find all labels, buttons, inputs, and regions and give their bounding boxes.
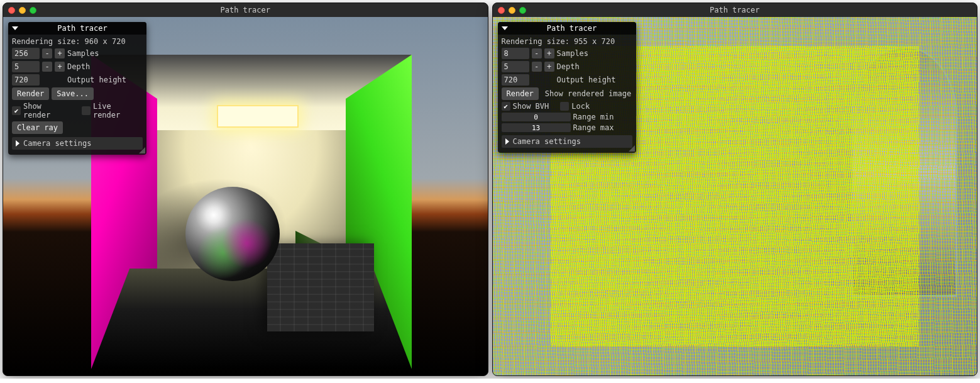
panel-title: Path tracer <box>512 24 632 33</box>
render-viewport[interactable]: Path tracer Rendering size: 960 x 720 25… <box>3 17 488 375</box>
range-min-slider[interactable]: 0 <box>502 113 571 121</box>
samples-plus-button[interactable]: + <box>55 48 65 58</box>
samples-plus-button[interactable]: + <box>544 48 554 58</box>
depth-minus-button[interactable]: - <box>532 62 542 72</box>
rendering-size-label: Rendering size: 955 x 720 <box>502 37 632 46</box>
depth-minus-button[interactable]: - <box>42 62 52 72</box>
samples-minus-button[interactable]: - <box>532 48 542 58</box>
resize-handle-icon[interactable] <box>629 145 635 152</box>
range-min-label: Range min <box>573 113 614 121</box>
depth-label: Depth <box>557 62 580 71</box>
control-panel[interactable]: Path tracer Rendering size: 960 x 720 25… <box>8 22 146 155</box>
window-title: Path tracer <box>493 6 977 14</box>
render-button[interactable]: Render <box>502 87 539 100</box>
bvh-viewport[interactable]: Path tracer Rendering size: 955 x 720 8 … <box>493 17 977 375</box>
expand-icon[interactable] <box>16 140 19 147</box>
clear-ray-button[interactable]: Clear ray <box>12 121 63 134</box>
app-window-right: Path tracer Path tracer Rendering size: … <box>492 3 978 376</box>
panel-header[interactable]: Path tracer <box>498 22 636 35</box>
camera-settings-label: Camera settings <box>23 139 91 148</box>
samples-label: Samples <box>67 49 99 58</box>
samples-minus-button[interactable]: - <box>42 48 52 58</box>
samples-input[interactable]: 256 <box>12 48 40 59</box>
show-rendered-image-button[interactable]: Show rendered image <box>545 89 631 98</box>
show-render-checkbox[interactable] <box>12 106 21 115</box>
output-height-label: Output height <box>557 75 616 84</box>
expand-icon[interactable] <box>505 138 509 145</box>
app-window-left: Path tracer Path tracer Rendering size: … <box>3 3 488 376</box>
rendering-size-label: Rendering size: 960 x 720 <box>12 37 143 46</box>
output-height-label: Output height <box>67 75 126 84</box>
samples-input[interactable]: 8 <box>502 48 529 59</box>
camera-settings-label: Camera settings <box>513 137 581 146</box>
depth-label: Depth <box>67 62 90 71</box>
save-button[interactable]: Save... <box>52 87 94 100</box>
show-bvh-checkbox[interactable] <box>502 102 510 111</box>
depth-input[interactable]: 5 <box>12 61 40 72</box>
depth-input[interactable]: 5 <box>502 61 529 72</box>
collapse-icon[interactable] <box>502 26 508 30</box>
show-render-label: Show render <box>23 102 73 119</box>
titlebar[interactable]: Path tracer <box>493 3 977 17</box>
show-bvh-label: Show BVH <box>513 102 549 111</box>
range-max-value: 13 <box>502 123 571 132</box>
output-height-input[interactable]: 720 <box>502 74 529 86</box>
range-max-slider[interactable]: 13 <box>502 123 571 132</box>
samples-label: Samples <box>557 49 589 58</box>
window-title: Path tracer <box>3 6 488 14</box>
live-render-label: Live render <box>93 102 143 119</box>
depth-plus-button[interactable]: + <box>55 62 65 72</box>
camera-settings-section[interactable]: Camera settings <box>12 137 143 150</box>
control-panel[interactable]: Path tracer Rendering size: 955 x 720 8 … <box>498 22 636 153</box>
live-render-checkbox[interactable] <box>82 106 91 115</box>
titlebar[interactable]: Path tracer <box>3 3 488 17</box>
range-min-value: 0 <box>502 113 571 121</box>
output-height-input[interactable]: 720 <box>12 74 40 86</box>
lock-checkbox[interactable] <box>560 102 569 111</box>
lock-label: Lock <box>571 102 590 111</box>
panel-title: Path tracer <box>22 24 143 33</box>
depth-plus-button[interactable]: + <box>544 62 554 72</box>
collapse-icon[interactable] <box>12 26 18 30</box>
range-max-label: Range max <box>573 123 614 132</box>
resize-handle-icon[interactable] <box>139 147 145 153</box>
camera-settings-section[interactable]: Camera settings <box>502 135 632 148</box>
panel-header[interactable]: Path tracer <box>8 22 146 35</box>
render-button[interactable]: Render <box>12 87 49 100</box>
